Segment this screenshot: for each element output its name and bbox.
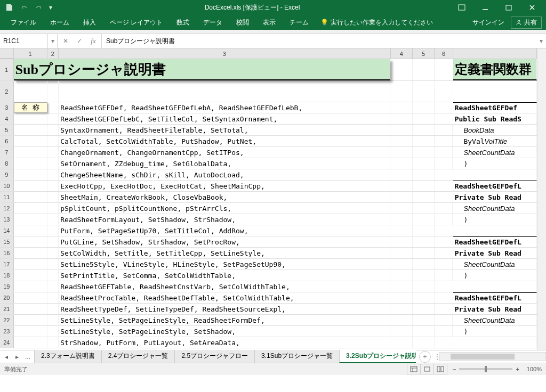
cell[interactable] (47, 81, 59, 102)
cell[interactable] (47, 225, 59, 236)
zoom-slider[interactable] (459, 368, 512, 370)
data-cell[interactable]: ReadSheetProcTable, ReadSheetDefTable, S… (59, 292, 390, 303)
tab-nav-more[interactable]: ... (25, 353, 31, 361)
cell[interactable] (14, 292, 47, 303)
cell[interactable] (14, 315, 47, 325)
title-cell[interactable]: Subプロシージャ説明書 (14, 59, 391, 80)
cell[interactable] (435, 281, 453, 292)
view-page-layout-icon[interactable] (420, 364, 434, 374)
qat-dropdown-icon[interactable]: ▾ (47, 1, 54, 14)
data-cell[interactable]: SetPrintTitle, SetComma, SetColWidthTabl… (59, 270, 390, 281)
tab-page-layout[interactable]: ページ レイアウト (103, 16, 169, 29)
data-cell[interactable]: StrShadow, PutForm, PutLayout, SetAreaDa… (59, 337, 390, 348)
cell[interactable] (14, 281, 47, 292)
save-icon[interactable] (2, 1, 16, 14)
zoom-in-button[interactable]: + (516, 366, 519, 372)
redo-icon[interactable] (32, 1, 46, 14)
cell[interactable] (435, 214, 453, 225)
cell[interactable] (47, 337, 59, 348)
side-cell[interactable]: ) (453, 158, 537, 169)
row-header[interactable]: 13 (0, 214, 14, 225)
side-cell[interactable]: ) (453, 270, 537, 281)
row-header[interactable]: 14 (0, 225, 14, 236)
col-header[interactable]: 6 (435, 48, 453, 59)
row-header[interactable]: 22 (0, 315, 14, 325)
cell[interactable] (413, 125, 435, 135)
cell[interactable] (47, 158, 59, 169)
side-cell[interactable]: SheetCountData (453, 147, 537, 158)
side-cell[interactable] (453, 281, 537, 292)
data-cell[interactable]: pSplitCount, pSplitCountNone, pStrArrCls… (59, 203, 390, 214)
side-cell[interactable]: BookData (453, 125, 537, 135)
cell[interactable] (435, 292, 453, 303)
cell[interactable] (435, 259, 453, 270)
cell[interactable] (413, 113, 435, 124)
data-cell[interactable]: PutForm, SetPageSetUp70, SetTitleCol, Ad… (59, 225, 390, 236)
cell[interactable] (14, 214, 47, 225)
tab-review[interactable]: 校閲 (230, 16, 255, 29)
data-cell[interactable]: ChengeSheetName, sChDir, sKill, AutoDocL… (59, 169, 390, 180)
sheet-tab[interactable]: 3.2Subプロシージャ説明書 (339, 350, 416, 363)
row-header[interactable]: 18 (0, 270, 14, 281)
cell[interactable] (14, 225, 47, 236)
view-normal-icon[interactable] (407, 364, 421, 374)
cell[interactable] (435, 304, 453, 314)
row-header[interactable]: 20 (0, 292, 14, 303)
cell[interactable] (14, 248, 47, 258)
row-header[interactable]: 24 (0, 337, 14, 348)
tab-nav-next-icon[interactable]: ▸ (14, 353, 20, 361)
cell[interactable] (47, 326, 59, 337)
cell[interactable] (390, 59, 412, 80)
close-icon[interactable] (520, 0, 544, 15)
cell[interactable] (47, 181, 59, 191)
cell[interactable] (413, 181, 435, 191)
tab-nav-prev-icon[interactable]: ◂ (3, 353, 10, 361)
cell[interactable] (390, 292, 412, 303)
formula-input[interactable]: Subプロシージャ説明書 (102, 34, 536, 48)
cell[interactable] (435, 125, 453, 135)
horizontal-scrollbar[interactable] (439, 352, 546, 361)
side-cell[interactable] (453, 169, 537, 180)
side-cell[interactable]: Private Sub Read (453, 248, 537, 258)
cell[interactable] (413, 203, 435, 214)
row-header[interactable]: 10 (0, 181, 14, 191)
cell[interactable] (47, 113, 59, 124)
cell[interactable] (413, 270, 435, 281)
cell[interactable] (14, 270, 47, 281)
data-cell[interactable]: ReadSheetTypeDef, SetLineTypeDef, ReadSh… (59, 304, 390, 314)
cell[interactable] (14, 125, 47, 135)
cell[interactable] (390, 192, 412, 202)
cell[interactable] (47, 281, 59, 292)
data-cell[interactable]: ExecHotCpp, ExecHotDoc, ExecHotCat, Shee… (59, 181, 390, 191)
cell[interactable] (47, 270, 59, 281)
cell[interactable] (390, 136, 412, 146)
cell[interactable] (390, 270, 412, 281)
cell[interactable] (390, 203, 412, 214)
fx-icon[interactable]: fx (87, 35, 99, 47)
cell[interactable] (435, 225, 453, 236)
cell[interactable] (413, 192, 435, 202)
cell[interactable] (14, 203, 47, 214)
cell[interactable] (435, 158, 453, 169)
row-header[interactable]: 15 (0, 236, 14, 247)
side-cell[interactable]: ReadSheetGEFDefL (453, 236, 537, 247)
cell[interactable] (390, 225, 412, 236)
cell[interactable] (47, 259, 59, 270)
side-cell[interactable]: ) (453, 214, 537, 225)
cell[interactable] (413, 81, 435, 102)
enter-formula-icon[interactable]: ✓ (74, 35, 85, 47)
data-cell[interactable]: ReadSheetGEFTable, ReadSheetCnstVarb, Se… (59, 281, 390, 292)
row-header[interactable]: 2 (0, 81, 14, 102)
side-cell[interactable] (453, 337, 537, 348)
tab-view[interactable]: 表示 (256, 16, 282, 29)
cell[interactable] (14, 192, 47, 202)
side-cell[interactable]: Public Sub ReadS (453, 113, 537, 124)
cell[interactable] (413, 281, 435, 292)
cell[interactable] (435, 236, 453, 247)
cell[interactable] (390, 113, 412, 124)
cell[interactable] (390, 281, 412, 292)
cell[interactable] (47, 236, 59, 247)
tab-home[interactable]: ホーム (44, 16, 76, 29)
cell[interactable] (413, 315, 435, 325)
data-cell[interactable]: SetOrnament, ZZdebug_time, SetGlobalData… (59, 158, 390, 169)
